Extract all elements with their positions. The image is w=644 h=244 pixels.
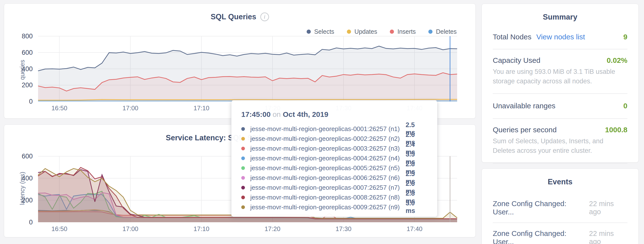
svg-text:400: 400 bbox=[22, 175, 33, 182]
node-5-dot-icon bbox=[241, 166, 245, 170]
svg-text:0: 0 bbox=[29, 98, 33, 105]
total-nodes-label: Total Nodes bbox=[493, 33, 531, 41]
tooltip-row: jesse-movr-multi-region-georeplicas-0009… bbox=[241, 202, 426, 212]
node-8-dot-icon bbox=[241, 196, 245, 199]
tooltip-row: jesse-movr-multi-region-georeplicas-0003… bbox=[241, 144, 426, 153]
svg-text:17:10: 17:10 bbox=[194, 225, 209, 232]
unavailable-ranges-row: Unavailable ranges 0 bbox=[493, 94, 628, 118]
tooltip-time: 17:45:00 bbox=[241, 110, 270, 118]
total-nodes-row: Total Nodes View nodes list 9 bbox=[493, 22, 628, 49]
svg-text:800: 800 bbox=[22, 33, 33, 40]
tooltip-row: jesse-movr-multi-region-georeplicas-0002… bbox=[241, 134, 426, 144]
capacity-used-row: Capacity Used 0.02% You are using 593.0 … bbox=[493, 49, 628, 93]
events-title: Events bbox=[482, 169, 638, 186]
view-nodes-list-link[interactable]: View nodes list bbox=[536, 33, 585, 41]
svg-text:600: 600 bbox=[22, 49, 33, 56]
svg-text:600: 600 bbox=[22, 153, 33, 160]
capacity-used-label: Capacity Used bbox=[493, 56, 540, 65]
dashboard-page: { "chart_data": [ { "type": "area", "tit… bbox=[0, 0, 644, 244]
events-card: Events Zone Config Changed: User... 22 m… bbox=[482, 168, 639, 244]
svg-text:16:50: 16:50 bbox=[52, 104, 67, 112]
svg-text:16:50: 16:50 bbox=[52, 225, 67, 232]
unavailable-ranges-label: Unavailable ranges bbox=[493, 102, 556, 110]
svg-text:0: 0 bbox=[29, 219, 33, 226]
svg-text:200: 200 bbox=[22, 81, 33, 89]
queries-per-second-label: Queries per second bbox=[493, 126, 557, 134]
tooltip-row: jesse-movr-multi-region-georeplicas-0004… bbox=[241, 153, 426, 163]
node-9-dot-icon bbox=[241, 205, 245, 209]
svg-text:17:20: 17:20 bbox=[264, 225, 280, 232]
node-7-dot-icon bbox=[241, 186, 245, 189]
node-4-dot-icon bbox=[241, 157, 245, 160]
tooltip-row: jesse-movr-multi-region-georeplicas-0007… bbox=[241, 183, 426, 192]
svg-text:17:00: 17:00 bbox=[122, 104, 138, 112]
summary-card: Summary Total Nodes View nodes list 9 Ca… bbox=[482, 4, 639, 163]
tooltip-row: jesse-movr-multi-region-georeplicas-0008… bbox=[241, 192, 426, 202]
svg-text:17:00: 17:00 bbox=[122, 225, 138, 232]
node-6-dot-icon bbox=[241, 176, 245, 180]
event-row[interactable]: Zone Config Changed: User... 22 mins ago bbox=[493, 222, 628, 244]
node-2-dot-icon bbox=[241, 137, 245, 141]
tooltip-header: 17:45:00 on Oct 4th, 2019 bbox=[241, 110, 426, 118]
tooltip-row: jesse-movr-multi-region-georeplicas-0005… bbox=[241, 163, 426, 173]
hover-tooltip: 17:45:00 on Oct 4th, 2019 jesse-movr-mul… bbox=[231, 100, 438, 217]
capacity-used-subtext: You are using 593.0 MiB of 3.1 TiB usabl… bbox=[493, 67, 628, 86]
svg-text:17:10: 17:10 bbox=[194, 104, 209, 112]
event-row[interactable]: Zone Config Changed: User... 22 mins ago bbox=[493, 193, 628, 222]
queries-per-second-subtext: Sum of Selects, Updates, Inserts, and De… bbox=[493, 137, 628, 156]
tooltip-date: Oct 4th, 2019 bbox=[283, 110, 328, 118]
node-1-dot-icon bbox=[241, 127, 245, 131]
svg-text:17:40: 17:40 bbox=[407, 225, 422, 232]
svg-text:400: 400 bbox=[22, 65, 33, 73]
summary-title: Summary bbox=[482, 4, 638, 22]
capacity-used-value: 0.02% bbox=[607, 56, 628, 65]
tooltip-row: jesse-movr-multi-region-georeplicas-0006… bbox=[241, 173, 426, 183]
queries-per-second-value: 1000.8 bbox=[605, 126, 628, 134]
queries-per-second-row: Queries per second 1000.8 Sum of Selects… bbox=[493, 119, 628, 163]
total-nodes-value: 9 bbox=[623, 33, 628, 41]
unavailable-ranges-value: 0 bbox=[623, 102, 628, 110]
tooltip-rows: jesse-movr-multi-region-georeplicas-0001… bbox=[241, 124, 426, 212]
svg-text:200: 200 bbox=[22, 197, 33, 204]
tooltip-row: jesse-movr-multi-region-georeplicas-0001… bbox=[241, 124, 426, 134]
svg-text:17:30: 17:30 bbox=[336, 225, 352, 232]
node-3-dot-icon bbox=[241, 147, 245, 150]
